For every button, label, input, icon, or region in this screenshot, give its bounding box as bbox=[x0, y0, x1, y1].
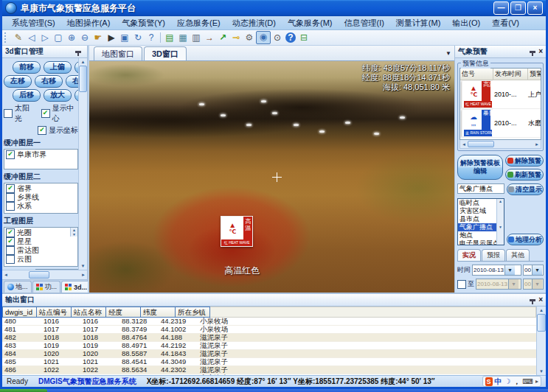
list-item[interactable]: 临时点 bbox=[458, 199, 497, 207]
minimize-button[interactable]: — bbox=[493, 1, 509, 15]
tab-list-dropdown-icon[interactable]: ▼ bbox=[445, 50, 451, 57]
table-row[interactable]: 4831019101988.497144.2192滋泥泉子 bbox=[2, 342, 536, 350]
pin-icon[interactable] bbox=[75, 51, 81, 53]
water-system-checkbox[interactable] bbox=[6, 202, 15, 211]
menu-weather-warning[interactable]: 气象预警(Y) bbox=[117, 17, 170, 29]
list-item[interactable]: 阜康市界 bbox=[6, 150, 76, 159]
end-hour-combo[interactable]: 00▼ bbox=[523, 279, 544, 290]
measure-icon[interactable]: ✎ bbox=[12, 32, 25, 43]
list-item[interactable]: 县市点 bbox=[458, 215, 497, 223]
move-left-button[interactable]: 左移 bbox=[4, 75, 32, 88]
warning-table-hscrollbar[interactable] bbox=[459, 140, 541, 149]
ime-menu-icon[interactable]: ▸ bbox=[535, 377, 538, 386]
help-icon[interactable]: ? bbox=[285, 32, 296, 43]
left-panel-vscrollbar[interactable] bbox=[78, 58, 87, 270]
cloud-map-checkbox[interactable] bbox=[6, 255, 15, 264]
menu-measure[interactable]: 测量计算(M) bbox=[391, 17, 446, 29]
fukang-boundary-checkbox[interactable] bbox=[6, 150, 15, 159]
globe-3d-icon[interactable]: ◉ bbox=[256, 31, 271, 44]
left-panel-hscrollbar[interactable] bbox=[2, 270, 87, 279]
table-row[interactable]: 4801016101688.312844.2319小泉牧场 bbox=[2, 318, 536, 326]
list-item[interactable]: 炮点 bbox=[458, 231, 497, 239]
refresh-warning-button[interactable]: 刷新预警 bbox=[505, 169, 544, 181]
warning-row-rainstorm[interactable]: ☁,,, 暴雨 蓝 RAIN STORM 2010-... 水磨... bbox=[460, 109, 541, 138]
chevron-down-icon[interactable]: ▼ bbox=[504, 265, 515, 275]
col-dwgis-id[interactable]: dwgis_id bbox=[2, 307, 37, 318]
tab-map-layers[interactable]: 地... bbox=[4, 281, 32, 293]
tab-other[interactable]: 其他 bbox=[506, 249, 530, 261]
remove-warning-template-button[interactable]: 解除预警模板编辑 bbox=[457, 155, 503, 180]
pan-icon[interactable]: ☛ bbox=[91, 32, 105, 43]
scrollbar-thumb[interactable] bbox=[79, 66, 87, 92]
start-date-combo[interactable]: 2010-08-13▼ bbox=[472, 265, 521, 276]
col-signal[interactable]: 信号 bbox=[460, 69, 493, 80]
township-line-checkbox[interactable] bbox=[6, 193, 15, 202]
exit-icon[interactable]: ⊟ bbox=[297, 32, 311, 43]
halo-checkbox[interactable] bbox=[6, 228, 15, 237]
menu-view[interactable]: 查看(V) bbox=[487, 17, 524, 29]
halfwidth-icon[interactable]: ☽ bbox=[504, 377, 511, 386]
rotate-right-button[interactable]: 右旋 bbox=[66, 75, 78, 88]
identify-icon[interactable]: ? bbox=[145, 32, 158, 43]
geo-analysis-button[interactable]: 地理分析 bbox=[507, 234, 544, 245]
province-boundary-checkbox[interactable] bbox=[6, 184, 15, 193]
list-item[interactable]: 云图 bbox=[6, 255, 76, 264]
chevron-down-icon[interactable]: ▼ bbox=[532, 265, 542, 275]
print-icon[interactable]: ▥ bbox=[190, 32, 203, 43]
menu-info[interactable]: 信息管理(I) bbox=[339, 17, 389, 29]
zoom-prev-icon[interactable]: ◁ bbox=[25, 32, 38, 43]
col-area[interactable]: 预警地区 bbox=[528, 69, 541, 80]
scene-icon[interactable]: ▦ bbox=[176, 32, 190, 43]
stars-checkbox[interactable] bbox=[6, 237, 15, 246]
show-coords-checkbox[interactable] bbox=[38, 126, 46, 135]
menu-weather-service[interactable]: 气象服务(M) bbox=[282, 17, 338, 29]
restore-button[interactable]: ❐ bbox=[510, 1, 526, 15]
image-icon[interactable]: ▤ bbox=[163, 32, 176, 43]
close-panel-icon[interactable]: × bbox=[538, 48, 543, 55]
zoom-next-icon[interactable]: ▷ bbox=[38, 32, 52, 43]
pin-icon[interactable] bbox=[530, 299, 535, 301]
tab-3d-manager[interactable]: 3d... bbox=[61, 281, 91, 293]
start-hour-combo[interactable]: 00▼ bbox=[523, 265, 544, 276]
list-scrollbar[interactable]: ▲▼ bbox=[496, 199, 504, 245]
point-type-value[interactable]: 气象广播点 bbox=[457, 183, 504, 194]
move-forward-button[interactable]: 前移 bbox=[13, 61, 41, 74]
table-row[interactable]: 4841020102088.558744.1843滋泥泉子 bbox=[2, 350, 536, 358]
menu-system[interactable]: 系统管理(S) bbox=[7, 17, 60, 29]
table-row[interactable]: 4851021102188.454144.3049滋泥泉子 bbox=[2, 358, 536, 366]
clear-display-button[interactable]: 清空显示 bbox=[507, 183, 544, 195]
eye-icon[interactable]: ⊙ bbox=[271, 32, 284, 43]
chinese-mode-icon[interactable]: 中 bbox=[495, 377, 502, 386]
mini-scrollbar[interactable]: ▲▼ bbox=[70, 228, 77, 237]
key-icon[interactable]: ⊸ bbox=[229, 32, 243, 43]
list-item[interactable]: 光圈 bbox=[6, 228, 70, 237]
table-row[interactable]: 4861022102288.563444.2302滋泥泉子 bbox=[2, 366, 536, 374]
fly-icon[interactable]: ↗ bbox=[216, 32, 229, 43]
sunlight-checkbox[interactable] bbox=[4, 109, 13, 118]
tab-3d-window[interactable]: 3D窗口 bbox=[144, 46, 187, 60]
full-extent-icon[interactable]: ▣ bbox=[118, 32, 131, 43]
pin-icon[interactable] bbox=[530, 51, 535, 53]
zoom-in-3d-button[interactable]: 放大 bbox=[44, 89, 72, 102]
zoom-out-icon[interactable]: ⊖ bbox=[78, 32, 91, 43]
to-date-checkbox[interactable] bbox=[457, 280, 466, 289]
zoom-in-icon[interactable]: ⊕ bbox=[65, 32, 78, 43]
col-longitude[interactable]: 经度 bbox=[106, 307, 141, 318]
list-item-selected[interactable]: 气象广播点 bbox=[458, 223, 497, 231]
close-panel-icon[interactable]: × bbox=[538, 296, 543, 304]
table-row[interactable]: 4811017101788.374944.1002小泉牧场 bbox=[2, 326, 536, 334]
list-item[interactable]: 水系 bbox=[6, 202, 76, 211]
heat-wave-warning-marker[interactable]: ▲ ℃ 高温 红 HEAT WAVE bbox=[221, 216, 253, 247]
col-publish-time[interactable]: 发布时间 bbox=[493, 69, 528, 80]
tab-live[interactable]: 实况 bbox=[457, 249, 481, 261]
export-icon[interactable]: → bbox=[203, 32, 216, 43]
col-township[interactable]: 所在乡镇 bbox=[176, 307, 210, 318]
model-select-combo[interactable]: ▼ bbox=[35, 269, 78, 270]
terrain-3d-viewport[interactable]: 纬度: 43度57分18.117秒 经度: 88度18分14.371秒 海拔: … bbox=[89, 61, 454, 293]
list-item[interactable]: 灾害区域 bbox=[458, 207, 497, 215]
start-button-fragment[interactable] bbox=[0, 389, 47, 392]
move-back-button[interactable]: 后移 bbox=[13, 89, 41, 102]
refresh-icon[interactable]: ↻ bbox=[131, 32, 145, 43]
tab-forecast[interactable]: 预报 bbox=[482, 249, 505, 261]
menu-dynamic[interactable]: 动态推演(D) bbox=[227, 17, 281, 29]
